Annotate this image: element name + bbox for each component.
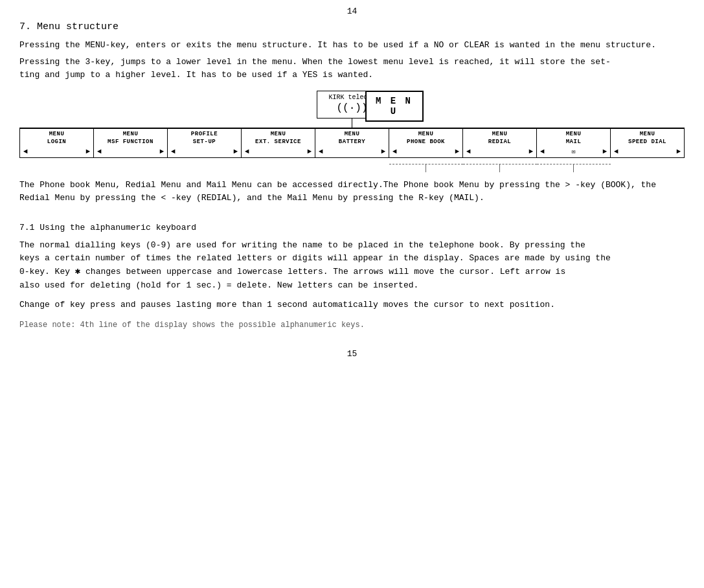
menu-box-mail-title: MENU MAIL (566, 131, 582, 146)
menu-box-phonebook-arrows: ◄ ► (391, 146, 461, 156)
dashed-seg-2 (167, 158, 241, 164)
menu-box-login: MENU LOGIN ◄ ► (19, 128, 94, 157)
mail-envelope-icon: ✉ (571, 148, 575, 155)
vert-4 (315, 164, 389, 172)
arrow-right-icon: ► (602, 148, 607, 155)
dashed-seg-4 (315, 158, 389, 164)
menu-box-profile-arrows: ◄ ► (169, 146, 240, 156)
arrow-left-icon: ◄ (392, 148, 397, 155)
arrow-right-icon: ► (676, 148, 681, 155)
section7-para2: Pressing the 3-key, jumps to a lower lev… (19, 56, 685, 82)
section71-para1: The normal dialling keys (0-9) are used … (19, 239, 685, 292)
dashed-seg-3 (241, 158, 315, 164)
menu-box-speeddial: MENU SPEED DIAL ◄ ► (611, 128, 685, 157)
arrow-left-icon: ◄ (540, 148, 545, 155)
arrow-right-icon: ► (455, 148, 459, 155)
menu-box-msf-arrows: ◄ ► (95, 146, 166, 156)
menu-box-battery-title: MENU BATTERY (339, 131, 365, 146)
section7-para3: The Phone book Menu, Redial Menu and Mai… (19, 179, 685, 205)
menu-box-redial: MENU REDIAL ◄ ► (463, 128, 537, 157)
arrow-right-icon: ► (85, 148, 90, 155)
menu-box-speeddial-arrows: ◄ ► (612, 146, 683, 156)
section71-note: Please note: 4th line of the display sho… (19, 321, 685, 330)
arrow-left-icon: ◄ (23, 148, 28, 155)
dashed-lines (19, 158, 685, 164)
menu-diagram: KIRK telecom ((·)) M E N U MENU LOGIN ◄ … (19, 91, 685, 172)
menu-box-mail: MENU MAIL ◄ ✉ ► (537, 128, 611, 157)
menu-box-redial-arrows: ◄ ► (464, 146, 535, 156)
page-number-top: 14 (19, 6, 685, 16)
menu-box-ext-arrows: ◄ ► (243, 146, 313, 156)
arrow-left-icon: ◄ (97, 148, 102, 155)
arrow-left-icon: ◄ (319, 148, 323, 155)
star-key-symbol: ✱ (75, 266, 80, 277)
dashed-seg-5 (389, 158, 463, 164)
menu-box-msf-title: MENU MSF FUNCTION (108, 131, 153, 146)
arrow-left-icon: ◄ (245, 148, 249, 155)
vert-2 (167, 164, 241, 172)
kirk-vertical-line (352, 119, 352, 128)
vert-1 (93, 164, 167, 172)
menu-box-battery-arrows: ◄ ► (317, 146, 387, 156)
menu-box-ext: MENU EXT. SERVICE ◄ ► (242, 128, 315, 157)
section7-para1: Pressing the MENU-key, enters or exits t… (19, 39, 685, 52)
menu-box-battery: MENU BATTERY ◄ ► (315, 128, 389, 157)
section71-para2: Change of key press and pauses lasting m… (19, 299, 685, 311)
menu-box-msf: MENU MSF FUNCTION ◄ ► (94, 128, 168, 157)
menu-box-ext-title: MENU EXT. SERVICE (255, 131, 301, 146)
vert-7 (537, 164, 611, 172)
menu-boxes-row: MENU LOGIN ◄ ► MENU MSF FUNCTION ◄ ► (19, 128, 685, 157)
page-number-bottom: 15 (19, 349, 685, 359)
arrow-right-icon: ► (159, 148, 164, 155)
arrow-right-icon: ► (307, 148, 312, 155)
dashed-seg-8 (611, 158, 685, 164)
vert-3 (241, 164, 315, 172)
menu-box-redial-title: MENU REDIAL (488, 131, 511, 146)
menu-box-profile-title: PROFILE SET-UP (191, 131, 218, 146)
vert-6 (463, 164, 537, 172)
menu-label: M E N U (365, 91, 424, 122)
vert-0 (19, 164, 93, 172)
section7-title: 7. Menu structure (19, 21, 685, 32)
dashed-seg-1 (93, 158, 167, 164)
menu-box-speeddial-title: MENU SPEED DIAL (628, 131, 666, 146)
dashed-seg-7 (537, 158, 611, 164)
arrow-left-icon: ◄ (466, 148, 471, 155)
page: 14 7. Menu structure Pressing the MENU-k… (0, 0, 704, 588)
menu-box-phonebook-title: MENU PHONE BOOK (407, 131, 445, 146)
arrow-left-icon: ◄ (614, 148, 619, 155)
arrow-right-icon: ► (233, 148, 238, 155)
menu-box-login-arrows: ◄ ► (21, 146, 92, 156)
arrow-right-icon: ► (381, 148, 385, 155)
menu-box-login-title: MENU LOGIN (47, 131, 67, 146)
menu-box-phonebook: MENU PHONE BOOK ◄ ► (389, 128, 463, 157)
vert-8 (611, 164, 685, 172)
section71-title: 7.1 Using the alphanumeric keyboard (19, 223, 685, 232)
menu-box-mail-arrows: ◄ ✉ ► (538, 146, 609, 156)
arrow-right-icon: ► (528, 148, 533, 155)
vert-5 (389, 164, 463, 172)
dashed-seg-6 (463, 158, 537, 164)
arrow-left-icon: ◄ (171, 148, 176, 155)
vertical-lines (19, 164, 685, 172)
menu-box-profile: PROFILE SET-UP ◄ ► (168, 128, 242, 157)
dashed-seg-0 (19, 158, 93, 164)
diagram-top-row: KIRK telecom ((·)) M E N U (19, 91, 685, 128)
